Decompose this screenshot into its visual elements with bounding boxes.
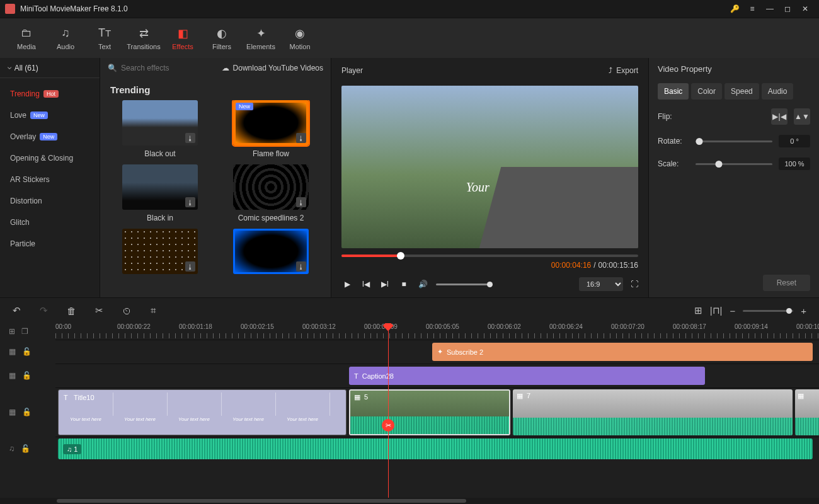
effect-card[interactable]: ⭳Black out: [110, 100, 210, 158]
download-icon[interactable]: ⭳: [296, 133, 306, 143]
video-clip[interactable]: ▦5: [349, 389, 510, 435]
speed-button[interactable]: ⏲: [122, 306, 132, 316]
play-button[interactable]: ▶: [341, 278, 353, 290]
zoom-in-button[interactable]: +: [801, 306, 806, 316]
tool-media[interactable]: 🗀Media: [8, 21, 45, 56]
category-ar-stickers[interactable]: AR Stickers: [0, 169, 100, 190]
tool-motion[interactable]: ◉Motion: [281, 21, 319, 56]
lock-icon[interactable]: 🔓: [21, 444, 30, 453]
category-particle[interactable]: Particle: [0, 233, 100, 255]
tab-speed[interactable]: Speed: [724, 83, 759, 100]
app-title: MiniTool MovieMaker Free 8.1.0: [20, 4, 726, 13]
reset-button[interactable]: Reset: [763, 275, 810, 291]
maximize-button[interactable]: ◻: [779, 0, 796, 18]
category-overlay[interactable]: OverlayNew: [0, 126, 100, 147]
flip-horizontal-button[interactable]: ▶|◀: [771, 108, 788, 125]
split-button[interactable]: ✂: [95, 305, 103, 316]
playhead[interactable]: ✂: [388, 323, 389, 498]
effect-card[interactable]: ⭳: [221, 229, 321, 278]
volume-slider[interactable]: [436, 284, 493, 285]
lock-icon[interactable]: 🔓: [22, 347, 32, 356]
tool-transitions[interactable]: ⇄Transitions: [125, 21, 163, 56]
tab-audio[interactable]: Audio: [762, 83, 794, 100]
key-icon[interactable]: 🔑: [726, 0, 743, 18]
effect-card[interactable]: ⭳: [110, 229, 210, 278]
category-all[interactable]: All (61): [0, 58, 100, 78]
scale-slider[interactable]: [696, 163, 772, 165]
next-frame-button[interactable]: ▶I: [379, 278, 391, 290]
download-icon[interactable]: ⭳: [185, 197, 195, 207]
filters-icon: ◐: [217, 26, 227, 40]
category-distortion[interactable]: Distortion: [0, 190, 100, 212]
tab-color[interactable]: Color: [691, 83, 722, 100]
video-clip[interactable]: ▦: [795, 389, 819, 435]
prev-frame-button[interactable]: I◀: [360, 278, 372, 290]
element-track[interactable]: ✦Subscribe 2: [55, 340, 819, 364]
preview-area[interactable]: Your: [341, 86, 638, 248]
stop-button[interactable]: ■: [398, 278, 410, 290]
download-icon[interactable]: ⭳: [296, 197, 306, 207]
zoom-slider[interactable]: [743, 310, 793, 312]
effect-browser: 🔍 ☁ Download YouTube Videos Trending ⭳Bl…: [100, 58, 331, 297]
tool-text[interactable]: TTText: [86, 21, 123, 56]
close-button[interactable]: ✕: [796, 0, 814, 18]
rotate-slider[interactable]: [696, 140, 772, 142]
scale-value[interactable]: 100 %: [779, 158, 810, 170]
text-track[interactable]: TCaption28: [55, 364, 819, 387]
menu-icon[interactable]: ≡: [743, 0, 761, 18]
flip-vertical-button[interactable]: ▲▼: [794, 108, 810, 125]
fit-button[interactable]: ⊞: [694, 305, 702, 316]
rotate-value[interactable]: 0 °: [779, 135, 810, 147]
volume-icon[interactable]: 🔊: [417, 278, 428, 290]
audio-track-icon: ♫: [9, 444, 14, 453]
lock-icon[interactable]: 🔓: [22, 371, 32, 380]
download-icon[interactable]: ⭳: [296, 261, 306, 272]
tool-filters[interactable]: ◐Filters: [203, 21, 241, 56]
audio-track[interactable]: ♫ 1: [55, 437, 819, 461]
export-button[interactable]: ⤴ Export: [609, 66, 638, 75]
main-toolbar: 🗀Media ♫Audio TTText ⇄Transitions ◧Effec…: [0, 18, 819, 58]
flip-label: Flip:: [658, 112, 689, 121]
tool-elements[interactable]: ✦Elements: [242, 21, 280, 56]
effect-card[interactable]: ⭳Comic speedlines 2: [221, 164, 321, 222]
audio-clip[interactable]: ♫ 1: [58, 438, 813, 459]
snap-button[interactable]: |⊓|: [710, 305, 723, 316]
fullscreen-button[interactable]: ⛶: [631, 280, 638, 289]
tab-basic[interactable]: Basic: [658, 83, 689, 100]
undo-button[interactable]: ↶: [13, 305, 21, 316]
category-love[interactable]: LoveNew: [0, 105, 100, 126]
video-track[interactable]: T Title10 Your text here Your text here …: [55, 387, 819, 437]
player-title: Player: [341, 66, 363, 75]
zoom-out-button[interactable]: −: [730, 306, 735, 316]
download-icon[interactable]: ⭳: [185, 261, 195, 272]
redo-button[interactable]: ↷: [40, 305, 48, 316]
aspect-ratio-select[interactable]: 16:9: [579, 277, 623, 291]
element-clip[interactable]: ✦Subscribe 2: [432, 343, 813, 361]
lock-icon[interactable]: 🔓: [22, 408, 32, 416]
effect-card[interactable]: New⭳Flame flow: [221, 100, 321, 158]
title-clip[interactable]: T Title10 Your text here Your text here …: [58, 389, 346, 435]
minimize-button[interactable]: —: [761, 0, 779, 18]
video-clip[interactable]: ▦7: [513, 389, 793, 435]
timeline-scrollbar[interactable]: [0, 498, 819, 504]
video-track-icon: ▦: [9, 347, 16, 356]
delete-button[interactable]: 🗑: [67, 306, 76, 316]
property-title: Video Property: [658, 64, 810, 83]
scissors-icon[interactable]: ✂: [382, 419, 394, 432]
category-opening-closing[interactable]: Opening & Closing: [0, 147, 100, 169]
crop-button[interactable]: ⌗: [151, 305, 156, 316]
caption-clip[interactable]: TCaption28: [349, 367, 705, 385]
timeline-tracks[interactable]: 00:0000:00:00:2200:00:01:1800:00:02:1500…: [55, 323, 819, 498]
seek-bar[interactable]: [341, 255, 638, 257]
download-youtube-link[interactable]: ☁ Download YouTube Videos: [222, 64, 323, 72]
search-input[interactable]: [121, 64, 222, 72]
tool-audio[interactable]: ♫Audio: [47, 21, 84, 56]
effect-card[interactable]: ⭳Black in: [110, 164, 210, 222]
timeline-ruler[interactable]: 00:0000:00:00:2200:00:01:1800:00:02:1500…: [55, 323, 819, 340]
add-track-icon[interactable]: ⊞: [9, 327, 15, 336]
tool-effects[interactable]: ◧Effects: [164, 21, 202, 56]
category-trending[interactable]: TrendingHot: [0, 83, 100, 105]
duplicate-track-icon[interactable]: ❐: [21, 327, 28, 336]
category-glitch[interactable]: Glitch: [0, 212, 100, 233]
download-icon[interactable]: ⭳: [185, 133, 195, 143]
